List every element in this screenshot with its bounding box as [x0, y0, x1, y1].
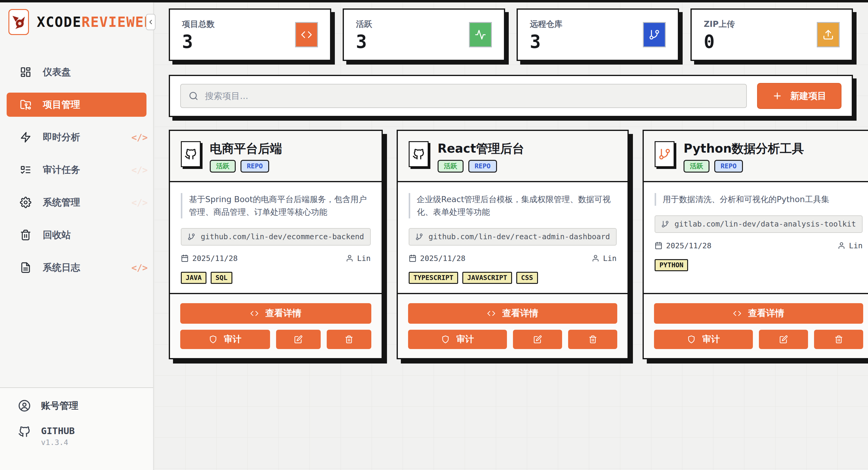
project-card-ecommerce-backend: 电商平台后端 活跃 REPO 基于Spring Boot的电商平台后端服务，包含… — [169, 130, 383, 359]
code-icon — [733, 309, 741, 318]
language-tag: TYPESCRIPT — [409, 272, 458, 284]
gear-icon — [20, 197, 31, 208]
folder-git-icon — [20, 99, 31, 110]
sidebar-item-recycle-bin[interactable]: 回收站 — [7, 223, 147, 247]
edit-icon — [533, 335, 542, 344]
project-description: 基于Spring Boot的电商平台后端服务，包含用户管理、商品管理、订单处理等… — [181, 193, 371, 218]
sidebar-item-projects[interactable]: 项目管理 — [7, 93, 147, 117]
sidebar-item-label: 回收站 — [43, 229, 71, 241]
search-box — [180, 84, 747, 108]
git-branch-icon — [187, 233, 195, 241]
sidebar-item-system-logs[interactable]: 系统日志</> — [7, 256, 147, 280]
stat-label: 活跃 — [356, 19, 372, 30]
language-tag: PYTHON — [655, 259, 688, 271]
new-project-button[interactable]: 新建项目 — [757, 83, 841, 109]
view-details-label: 查看详情 — [265, 307, 301, 320]
calendar-icon — [409, 254, 416, 262]
trash-icon — [20, 229, 31, 241]
project-cards-row: 电商平台后端 活跃 REPO 基于Spring Boot的电商平台后端服务，包含… — [169, 130, 853, 359]
sidebar-nav: 仪表盘 项目管理 即时分析</> 审计任务</> 系统管理</> 回收站 系统日… — [0, 60, 153, 288]
project-card-header: Python数据分析工具 活跃 REPO — [644, 131, 868, 182]
language-tag: CSS — [516, 272, 538, 284]
project-title: Python数据分析工具 — [684, 142, 804, 155]
dashboard-icon — [20, 66, 31, 78]
repo-url: gitlab.com/lin-dev/data-analysis-toolkit — [675, 219, 856, 228]
project-card-footer: 查看详情 审计 — [644, 293, 868, 358]
project-meta-row: 2025/11/28 Lin — [409, 254, 617, 263]
git-branch-icon — [415, 233, 423, 241]
user-icon — [838, 242, 845, 249]
phoenix-logo-icon — [10, 13, 27, 31]
sidebar-item-dashboard[interactable]: 仪表盘 — [7, 60, 147, 84]
git-branch-icon — [655, 141, 675, 167]
shield-icon — [687, 335, 695, 344]
project-date: 2025/11/28 — [666, 241, 712, 250]
app-root: XCODEREVIEWER 仪表盘 项目管理 即时分析</> 审计任务</> 系… — [0, 0, 868, 470]
plus-icon — [772, 91, 782, 101]
brand-accent: REVIEWER — [82, 14, 153, 30]
user-icon — [346, 254, 353, 262]
edit-icon — [294, 335, 303, 344]
stat-card-total-projects: 项目总数3 — [169, 8, 331, 61]
stat-label: ZIP上传 — [704, 19, 735, 30]
view-details-button[interactable]: 查看详情 — [654, 303, 863, 324]
version-label: v1.3.4 — [41, 438, 75, 447]
stat-label: 远程仓库 — [530, 19, 562, 30]
repo-type-badge: REPO — [241, 160, 269, 173]
calendar-icon — [655, 242, 662, 249]
project-owner: Lin — [357, 254, 371, 263]
search-input[interactable] — [204, 90, 738, 101]
project-card-body: 企业级React管理后台模板，集成权限管理、数据可视化、表单处理等功能 gith… — [398, 182, 627, 293]
sidebar-item-instant-analysis[interactable]: 即时分析</> — [7, 125, 147, 149]
stats-row: 项目总数3 活跃3 远程仓库3 ZIP上传0 — [169, 8, 853, 61]
project-card-header: React管理后台 活跃 REPO — [398, 131, 627, 182]
account-label: 账号管理 — [41, 400, 79, 412]
trash-icon — [345, 335, 353, 344]
view-details-button[interactable]: 查看详情 — [180, 303, 371, 324]
sidebar: XCODEREVIEWER 仪表盘 项目管理 即时分析</> 审计任务</> 系… — [0, 0, 154, 470]
upload-icon — [817, 22, 840, 47]
audit-button[interactable]: 审计 — [408, 330, 507, 349]
delete-button[interactable] — [568, 330, 617, 349]
sidebar-collapse-button[interactable] — [146, 14, 156, 30]
repo-type-badge: REPO — [468, 160, 497, 173]
brand-title: XCODEREVIEWER — [37, 14, 153, 30]
sidebar-item-audit-tasks[interactable]: 审计任务</> — [7, 158, 147, 182]
github-version-item[interactable]: GITHUB v1.3.4 — [18, 425, 153, 447]
sidebar-item-label: 系统管理 — [43, 196, 80, 209]
view-details-label: 查看详情 — [502, 307, 538, 320]
edit-button[interactable] — [513, 330, 562, 349]
search-icon — [189, 91, 198, 101]
tag-row: PYTHON — [655, 259, 688, 271]
project-card-footer: 查看详情 审计 — [170, 293, 381, 358]
project-card-footer: 查看详情 审计 — [398, 293, 627, 358]
audit-button[interactable]: 审计 — [180, 330, 270, 349]
app-logo — [8, 9, 29, 35]
git-branch-icon — [643, 22, 666, 47]
sidebar-item-system-admin[interactable]: 系统管理</> — [7, 190, 147, 214]
account-management-item[interactable]: 账号管理 — [18, 400, 153, 412]
code-decor: </> — [131, 197, 148, 208]
delete-button[interactable] — [327, 330, 371, 349]
project-title: 电商平台后端 — [210, 142, 282, 155]
view-details-button[interactable]: 查看详情 — [408, 303, 617, 324]
repo-type-badge: REPO — [714, 160, 743, 173]
github-label: GITHUB — [41, 425, 75, 436]
stat-value: 3 — [182, 33, 215, 51]
new-project-label: 新建项目 — [790, 90, 827, 102]
language-tag: SQL — [211, 272, 232, 284]
sidebar-item-label: 项目管理 — [43, 98, 80, 111]
language-tag: JAVA — [181, 272, 207, 284]
audit-button[interactable]: 审计 — [654, 330, 753, 349]
delete-button[interactable] — [814, 330, 863, 349]
edit-button[interactable] — [276, 330, 321, 349]
task-list-icon — [20, 164, 31, 176]
bolt-icon — [20, 131, 31, 143]
tag-row: TYPESCRIPT JAVASCRIPT CSS — [409, 272, 538, 284]
repo-url-bar: github.com/lin-dev/react-admin-dashboard — [409, 228, 617, 245]
search-section: 新建项目 — [169, 75, 853, 117]
repo-url: github.com/lin-dev/react-admin-dashboard — [429, 232, 610, 241]
edit-button[interactable] — [759, 330, 808, 349]
repo-url-bar: github.com/lin-dev/ecommerce-backend — [181, 228, 371, 245]
git-branch-icon — [661, 220, 669, 228]
